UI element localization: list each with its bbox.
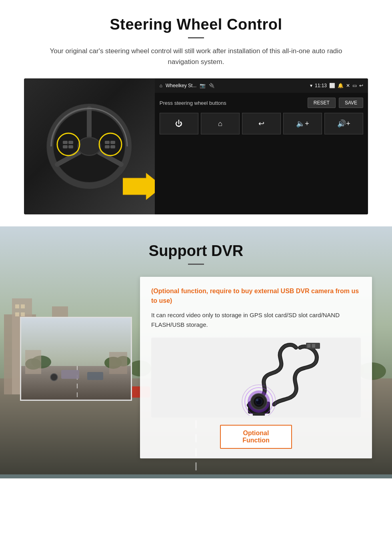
svg-rect-17: [110, 145, 115, 148]
android-statusbar: ⌂ Wheelkey St... 📷 🔌 ▾ 11:13 ⬜ 🔔 ✕ ▭ ↩: [155, 78, 368, 93]
svg-rect-9: [63, 141, 68, 144]
svg-rect-11: [68, 141, 73, 144]
dvr-section: Support DVR: [0, 226, 392, 478]
svg-rect-14: [105, 141, 110, 144]
svg-marker-18: [123, 173, 155, 200]
dvr-title: Support DVR: [20, 242, 372, 260]
svg-point-7: [78, 138, 100, 155]
fn-back[interactable]: ↩: [242, 113, 281, 134]
svg-rect-69: [253, 413, 265, 416]
dvr-info-card: (Optional function, require to buy exter…: [140, 277, 372, 458]
svg-rect-59: [312, 344, 315, 348]
dashcam-screenshot: [20, 317, 132, 401]
arrow-icon: [123, 170, 155, 202]
reset-button[interactable]: RESET: [308, 98, 336, 108]
title-divider: [188, 37, 204, 38]
clock: 11:13: [315, 83, 327, 88]
dvr-content-overlay: Support DVR: [0, 226, 392, 478]
svg-point-66: [256, 399, 258, 401]
svg-rect-70: [255, 415, 262, 416]
svg-rect-58: [307, 344, 310, 348]
screen-icon: ▭: [352, 83, 357, 88]
app-name: Wheelkey St...: [166, 83, 196, 88]
home-icon: ⌂: [160, 83, 162, 88]
steering-wheel-photo: [24, 78, 155, 214]
steering-control-content: Press steering wheel buttons RESET SAVE …: [155, 93, 368, 214]
fn-home[interactable]: ⌂: [201, 113, 240, 134]
dvr-camera-svg: [188, 340, 324, 416]
steering-wheel-svg: [45, 102, 133, 190]
svg-rect-56: [109, 352, 127, 374]
fn-power[interactable]: ⏻: [160, 113, 198, 134]
close-icon: ✕: [346, 83, 350, 88]
section-description: Your original car's steering wheel contr…: [36, 46, 356, 67]
page-title: Steering Wheel Control: [24, 16, 368, 33]
svg-rect-55: [25, 350, 41, 374]
svg-rect-12: [68, 145, 73, 148]
steering-header: Press steering wheel buttons RESET SAVE: [160, 98, 363, 108]
optional-function-button[interactable]: Optional Function: [220, 425, 292, 449]
dvr-title-divider: [188, 264, 204, 265]
dvr-camera-image: [151, 338, 361, 418]
dvr-main-content: (Optional function, require to buy exter…: [20, 277, 372, 458]
svg-rect-10: [63, 145, 68, 148]
control-buttons: RESET SAVE: [308, 98, 363, 108]
statusbar-right: ▾ 11:13 ⬜ 🔔 ✕ ▭ ↩: [310, 83, 363, 88]
dvr-description: It can record video only to storage in G…: [151, 310, 361, 330]
svg-point-54: [50, 374, 58, 381]
function-grid: ⏻ ⌂ ↩ 🔈+ 🔊+: [160, 113, 363, 134]
android-ui-panel: ⌂ Wheelkey St... 📷 🔌 ▾ 11:13 ⬜ 🔔 ✕ ▭ ↩: [155, 78, 368, 214]
svg-rect-53: [87, 372, 103, 380]
usb-icon: 🔌: [209, 83, 215, 88]
volume-icon: 🔔: [338, 83, 344, 88]
save-button[interactable]: SAVE: [339, 98, 363, 108]
dashcam-feed-svg: [21, 318, 132, 401]
statusbar-left: ⌂ Wheelkey St... 📷 🔌: [160, 83, 215, 88]
dvr-optional-text: (Optional function, require to buy exter…: [151, 286, 361, 306]
steering-wheel-section: Steering Wheel Control Your original car…: [0, 0, 392, 226]
svg-rect-52: [61, 370, 79, 379]
fn-vol-up[interactable]: 🔊+: [324, 113, 363, 134]
camera-icon: ⬜: [329, 83, 335, 88]
steering-screenshot-container: ⌂ Wheelkey St... 📷 🔌 ▾ 11:13 ⬜ 🔔 ✕ ▭ ↩: [24, 78, 368, 214]
fn-vol-down[interactable]: 🔈+: [283, 113, 322, 134]
press-label: Press steering wheel buttons: [160, 100, 226, 106]
back-icon: ↩: [359, 83, 363, 88]
wifi-icon: ▾: [310, 83, 312, 88]
svg-rect-16: [110, 141, 115, 144]
sd-icon: 📷: [200, 83, 206, 88]
svg-rect-15: [105, 145, 110, 148]
